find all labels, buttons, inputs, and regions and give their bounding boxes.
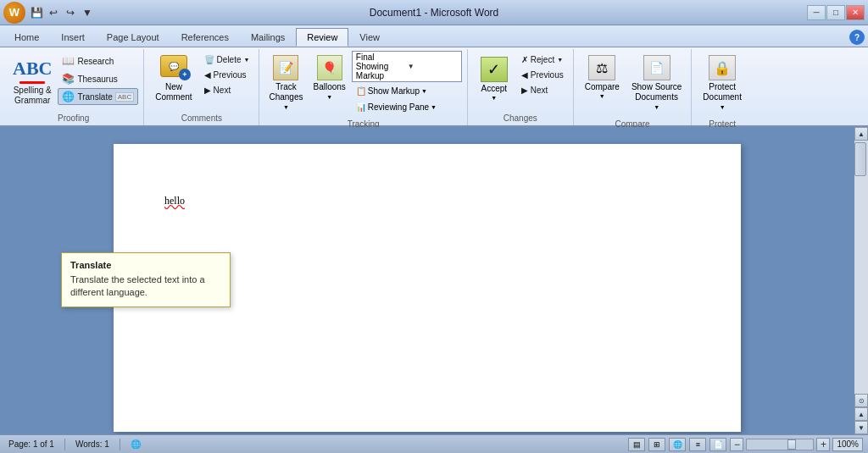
ribbon-wrapper: Home Insert Page Layout References Maili…: [0, 25, 868, 127]
web-layout-view-button[interactable]: 🌐: [669, 438, 686, 451]
changes-group-label: Changes: [473, 112, 568, 125]
title-bar-left: W 💾 ↩ ↪ ▼: [3, 2, 95, 24]
translate-button[interactable]: 🌐 Translate ABC: [58, 88, 138, 105]
ribbon-tabs: Home Insert Page Layout References Maili…: [0, 25, 868, 47]
thesaurus-button[interactable]: 📚 Thesaurus: [58, 70, 138, 87]
scroll-thumb[interactable]: [854, 142, 866, 176]
tab-insert[interactable]: Insert: [50, 28, 96, 47]
tab-pagelayout[interactable]: Page Layout: [96, 28, 170, 47]
scroll-up-button[interactable]: ▲: [854, 127, 868, 141]
proofing-group-label: Proofing: [8, 112, 138, 125]
reviewing-pane-button[interactable]: 📊 Reviewing Pane ▼: [352, 100, 462, 114]
tab-review[interactable]: Review: [296, 28, 348, 47]
accept-button[interactable]: ✓ Accept ▼: [473, 51, 515, 107]
show-source-docs-button[interactable]: 📄 Show SourceDocuments ▼: [627, 51, 686, 114]
prev-change-icon: ◀: [521, 70, 528, 80]
full-reading-view-button[interactable]: ⊞: [648, 438, 665, 451]
ribbon-group-comments: 💬 + NewComment 🗑️ Delete ▼: [144, 49, 259, 125]
vertical-scrollbar[interactable]: ▲ ⊙ ▲ ▼: [854, 127, 868, 434]
outline-view-button[interactable]: ≡: [689, 438, 706, 451]
document-content[interactable]: hello: [164, 195, 690, 207]
scroll-select-button[interactable]: ⊙: [854, 394, 868, 407]
tab-mailings[interactable]: Mailings: [240, 28, 296, 47]
thesaurus-label: Thesaurus: [77, 75, 117, 84]
office-button[interactable]: W: [3, 2, 25, 24]
comments-group-content: 💬 + NewComment 🗑️ Delete ▼: [149, 51, 253, 112]
tracking-top-row: 📝 TrackChanges ▼ 🎈 Balloons ▼: [264, 51, 461, 114]
ribbon-group-compare: ⚖ Compare ▼ 📄 Show SourceDocuments ▼ Com…: [574, 49, 693, 125]
scroll-track[interactable]: [854, 141, 868, 394]
next-change-button[interactable]: ▶ Next: [517, 83, 568, 97]
tab-view[interactable]: View: [348, 28, 391, 47]
maximize-button[interactable]: □: [826, 5, 845, 20]
spelling-label: Spelling &Grammar: [14, 86, 52, 106]
tab-home[interactable]: Home: [3, 28, 50, 47]
research-label: Research: [77, 57, 114, 66]
reject-button[interactable]: ✗ Reject ▼: [517, 52, 568, 67]
ribbon-group-tracking: 📝 TrackChanges ▼ 🎈 Balloons ▼: [259, 49, 467, 125]
spelling-grammar-button[interactable]: ABC Spelling &Grammar: [8, 51, 56, 108]
track-changes-button[interactable]: 📝 TrackChanges ▼: [264, 51, 307, 114]
scroll-next-page-button[interactable]: ▼: [854, 421, 868, 434]
balloons-icon: 🎈: [317, 55, 342, 80]
tracking-select-area: Final Showing Markup ▼ 📋 Show Markup ▼ 📊…: [352, 51, 462, 114]
status-separator-2: [120, 439, 120, 450]
save-button[interactable]: 💾: [29, 5, 44, 20]
reject-arrow: ▼: [557, 57, 563, 63]
page-info[interactable]: Page: 1 of 1: [5, 439, 58, 450]
zoom-percentage[interactable]: 100%: [832, 438, 863, 451]
balloons-button[interactable]: 🎈 Balloons ▼: [309, 51, 349, 114]
new-comment-button[interactable]: 💬 + NewComment: [149, 51, 198, 107]
protect-document-button[interactable]: 🔒 ProtectDocument ▼: [697, 51, 748, 114]
changes-right-buttons: ✗ Reject ▼ ◀ Previous ▶ Next: [517, 52, 568, 97]
track-changes-icon: 📝: [273, 55, 298, 80]
quick-access-toolbar: 💾 ↩ ↪ ▼: [29, 5, 95, 20]
ribbon: ABC Spelling &Grammar 📖 Research 📚: [0, 47, 868, 127]
new-comment-label: NewComment: [155, 82, 192, 102]
customize-qa-button[interactable]: ▼: [80, 5, 95, 20]
language-icon[interactable]: 🌐: [127, 439, 144, 450]
help-button[interactable]: ?: [849, 30, 865, 45]
print-layout-view-button[interactable]: ▤: [628, 438, 645, 451]
zoom-slider[interactable]: [746, 439, 814, 450]
compare-button[interactable]: ⚖ Compare ▼: [579, 51, 626, 103]
tab-references[interactable]: References: [170, 28, 240, 47]
translate-label: Translate: [77, 92, 112, 102]
zoom-slider-thumb[interactable]: [787, 439, 796, 450]
tooltip-title: Translate: [70, 260, 221, 270]
source-docs-label: Show SourceDocuments: [632, 82, 682, 102]
close-button[interactable]: ✕: [846, 5, 865, 20]
reviewing-pane-label: Reviewing Pane: [368, 102, 429, 112]
window-controls: ─ □ ✕: [807, 5, 865, 20]
previous-comment-button[interactable]: ◀ Previous: [200, 68, 254, 82]
status-bar-right: ▤ ⊞ 🌐 ≡ 📄 − + 100%: [628, 438, 863, 451]
show-markup-button[interactable]: 📋 Show Markup ▼: [352, 84, 462, 98]
word-count[interactable]: Words: 1: [72, 439, 113, 450]
balloons-arrow: ▼: [326, 94, 332, 100]
zoom-out-button[interactable]: −: [730, 438, 743, 451]
zoom-in-button[interactable]: +: [816, 438, 830, 451]
research-button[interactable]: 📖 Research: [58, 52, 138, 69]
source-docs-icon: 📄: [643, 55, 670, 80]
show-markup-icon: 📋: [356, 86, 366, 96]
zoom-control: − + 100%: [730, 438, 863, 451]
reviewing-pane-icon: 📊: [356, 102, 366, 112]
compare-arrow: ▼: [599, 93, 605, 99]
redo-button[interactable]: ↪: [63, 5, 78, 20]
compare-label: Compare: [585, 82, 620, 91]
scroll-prev-page-button[interactable]: ▲: [854, 407, 868, 421]
next-comment-button[interactable]: ▶ Next: [200, 83, 254, 97]
previous-change-button[interactable]: ◀ Previous: [517, 68, 568, 82]
final-showing-dropdown[interactable]: Final Showing Markup ▼: [352, 51, 462, 82]
minimize-button[interactable]: ─: [807, 5, 826, 20]
delete-comment-button[interactable]: 🗑️ Delete ▼: [200, 52, 254, 67]
hello-word[interactable]: hello: [164, 195, 185, 207]
comment-small-buttons: 🗑️ Delete ▼ ◀ Previous ▶ Next: [200, 52, 254, 97]
reject-label: Reject: [531, 55, 554, 64]
tooltip-text: Translate the selected text into a diffe…: [70, 273, 221, 300]
undo-button[interactable]: ↩: [46, 5, 61, 20]
next-comment-icon: ▶: [204, 86, 211, 95]
draft-view-button[interactable]: 📄: [709, 438, 726, 451]
reject-icon: ✗: [521, 55, 528, 64]
source-docs-arrow: ▼: [654, 104, 659, 110]
